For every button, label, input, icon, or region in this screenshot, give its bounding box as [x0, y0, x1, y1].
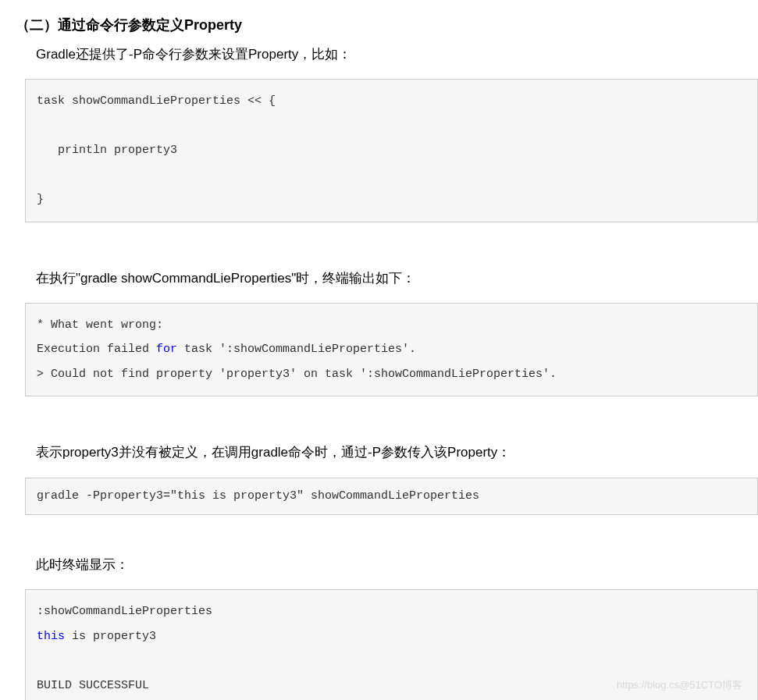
code-block-4: :showCommandLieProperties this is proper…: [25, 589, 758, 700]
code-block-3: gradle -Pproperty3="this is property3" s…: [25, 478, 758, 516]
section-title: （二）通过命令行参数定义Property: [16, 16, 758, 34]
paragraph-4: 此时终端显示：: [36, 554, 758, 575]
keyword-this: this: [37, 630, 65, 643]
code-block-2: * What went wrong: Execution failed for …: [25, 303, 758, 397]
intro-paragraph: Gradle还提供了-P命令行参数来设置Property，比如：: [36, 44, 758, 65]
code-line: BUILD SUCCESSFUL: [37, 679, 149, 692]
keyword-for: for: [156, 343, 177, 356]
code-line: this is property3: [37, 630, 156, 643]
paragraph-2: 在执行"gradle showCommandLieProperties"时，终端…: [36, 268, 758, 289]
code-line: Execution failed for task ':showCommandL…: [37, 343, 416, 356]
code-line: > Could not find property 'property3' on…: [37, 368, 557, 381]
code-block-1: task showCommandLieProperties << { print…: [25, 79, 758, 222]
code-line: :showCommandLieProperties: [37, 605, 212, 618]
code-line: * What went wrong:: [37, 318, 163, 332]
paragraph-3: 表示property3并没有被定义，在调用gradle命令时，通过-P参数传入该…: [36, 442, 758, 463]
